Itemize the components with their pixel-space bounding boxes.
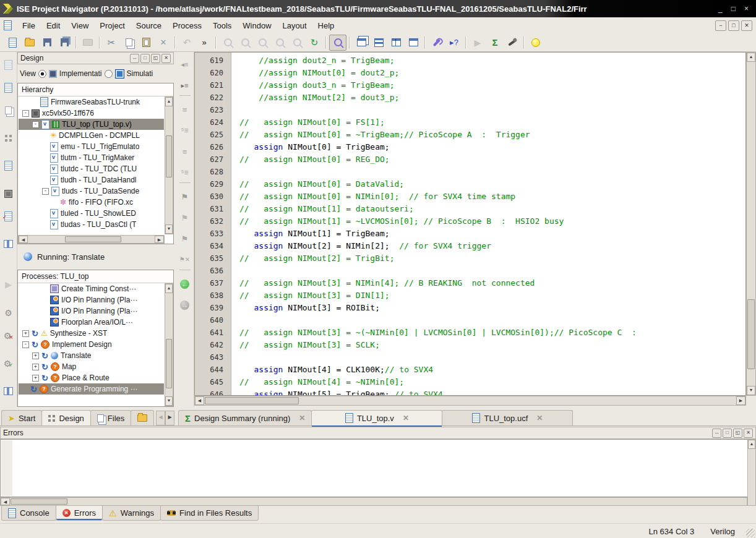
add-copy-of-source-button[interactable] xyxy=(1,104,16,118)
maximize-button[interactable]: □ xyxy=(723,429,732,438)
window-close-button[interactable]: × xyxy=(744,4,749,13)
hierarchy-horizontal-scrollbar[interactable]: ◀ ▶ xyxy=(18,235,165,244)
new-document-button[interactable] xyxy=(4,35,21,51)
bookmark-button[interactable]: ⚑ xyxy=(178,189,192,204)
collapse-icon[interactable]: - xyxy=(22,341,29,348)
maximize-button[interactable]: □ xyxy=(140,54,150,63)
simulation-radio[interactable] xyxy=(105,70,113,78)
tab-tlu-top.ucf[interactable]: TLU_top.ucf✕ xyxy=(442,410,573,425)
refresh-button[interactable]: ↻ xyxy=(306,35,323,51)
tree-item-implement[interactable]: -↻?Implement Design xyxy=(19,339,164,350)
find-tool-button[interactable] xyxy=(329,35,346,51)
tree-item-tluds[interactable]: -tluds - TLU_DataSende xyxy=(19,186,164,197)
menu-window[interactable]: Window xyxy=(237,19,277,32)
bookmark-next-button[interactable]: ⚑ xyxy=(178,231,192,246)
float-button[interactable]: ↔ xyxy=(130,54,139,63)
float-button[interactable]: ↔ xyxy=(712,429,721,438)
errors-horizontal-scrollbar[interactable]: ◀ xyxy=(0,497,747,506)
scroll-up-arrow-icon[interactable]: ▲ xyxy=(165,97,173,106)
tab-scroll-right[interactable]: ▶ xyxy=(165,411,174,425)
scroll-up-arrow-icon[interactable]: ▲ xyxy=(165,284,173,293)
print-button[interactable] xyxy=(79,35,97,51)
hierarchy-vertical-scrollbar[interactable]: ▲ ▼ xyxy=(165,96,173,234)
tree-item-map[interactable]: +↻?Map xyxy=(19,361,164,372)
menu-help[interactable]: Help xyxy=(312,19,340,32)
design-utilities-button[interactable] xyxy=(1,187,16,201)
mdi-close[interactable]: ✕ xyxy=(741,20,752,31)
scroll-right-arrow-icon[interactable]: ▶ xyxy=(155,236,164,243)
user-constraints-button[interactable]: ✓ xyxy=(1,210,16,224)
create-module-button[interactable] xyxy=(1,131,16,145)
run-process-button[interactable]: ▶ xyxy=(1,277,16,291)
copy-button[interactable] xyxy=(120,35,137,51)
restore-button[interactable]: ◱ xyxy=(151,54,160,63)
tree-item-tlutdc[interactable]: tlutdc - TLU_TDC (TLU xyxy=(19,163,164,174)
scroll-down-arrow-icon[interactable]: ▼ xyxy=(747,386,755,395)
design-summary-button[interactable]: Σ xyxy=(486,35,504,51)
shift-left-button[interactable]: ◂≡ xyxy=(178,57,192,72)
tree-item-firmwareseabastlu-trunk[interactable]: FirmwareSeabasTLU-trunk xyxy=(19,96,164,108)
menu-source[interactable]: Source xyxy=(131,19,167,32)
close-button[interactable]: ✕ xyxy=(161,54,171,63)
analyze-telescope-button[interactable] xyxy=(504,35,521,51)
processes-vertical-scrollbar[interactable]: ▲ ▼ xyxy=(165,283,173,406)
mdi-restore[interactable]: □ xyxy=(728,20,739,31)
menu-layout[interactable]: Layout xyxy=(277,19,312,32)
window-maximize-button[interactable]: □ xyxy=(731,4,736,13)
menu-file[interactable]: File xyxy=(17,19,41,32)
tree-item-tludas[interactable]: tludas - TLU_DasCtl (T xyxy=(19,219,164,230)
tab-close-icon[interactable]: ✕ xyxy=(536,414,543,422)
scroll-down-arrow-icon[interactable]: ▼ xyxy=(165,396,173,406)
line-marker-5b-button[interactable]: ⁵≡ xyxy=(178,165,192,180)
intelligent-help-button[interactable] xyxy=(527,35,544,51)
tree-item-emu[interactable]: emu - TLU_TrigEmulato xyxy=(19,141,164,152)
zoom-in-button[interactable] xyxy=(219,35,236,51)
expand-icon[interactable]: + xyxy=(32,364,39,370)
window-titlebar[interactable]: ISE Project Navigator (P.20131013) - /ho… xyxy=(0,0,756,17)
tab-tlu-top.v[interactable]: TLU_top.v✕ xyxy=(311,410,442,425)
scroll-down-arrow-icon[interactable]: ▼ xyxy=(165,224,173,234)
code-editing-area[interactable]: 619 //assign dout2_n = TrigBeam;620 //as… xyxy=(194,52,746,396)
tab-find-in-files-results[interactable]: Find in Files Results xyxy=(160,506,259,521)
collapse-icon[interactable]: - xyxy=(22,110,29,117)
tab-design-summary-running-[interactable]: ΣDesign Summary (running)✕ xyxy=(178,410,312,425)
editor-horizontal-scrollbar[interactable]: ◀ ▶ xyxy=(194,396,746,406)
zoom-out-button[interactable] xyxy=(236,35,254,51)
line-marker-b-button[interactable]: ≡ xyxy=(178,144,192,159)
zoom-region-button[interactable] xyxy=(271,35,288,51)
tab-start[interactable]: ➤Start xyxy=(1,410,42,425)
scroll-left-arrow-icon[interactable]: ◀ xyxy=(1,498,10,505)
bookmark-off-button[interactable]: ⚑ xyxy=(178,210,192,225)
scroll-left-arrow-icon[interactable]: ◀ xyxy=(19,236,28,243)
tree-item-floorplan[interactable]: Floorplan Area/IO/L··· xyxy=(19,317,164,328)
implementation-radio[interactable] xyxy=(38,70,46,78)
tree-item-generate[interactable]: ↻?Generate Programming ··· xyxy=(19,383,164,395)
tree-item-dcmpllgen[interactable]: ✳DCMPLLGen - DCMPLL xyxy=(19,130,164,141)
line-marker-button[interactable]: ≡ xyxy=(178,102,192,117)
bookmark-clear-button[interactable]: ⚑✕ xyxy=(178,252,192,267)
remove-source-button[interactable] xyxy=(1,159,16,173)
shift-right-button[interactable]: ▸≡ xyxy=(178,78,192,93)
save-button[interactable] xyxy=(38,35,56,51)
collapse-icon[interactable]: - xyxy=(32,121,39,128)
rerun-process-button[interactable]: ⚙✓ xyxy=(1,356,16,370)
cut-button[interactable]: ✂ xyxy=(103,35,120,51)
settings-wrench-button[interactable] xyxy=(428,35,445,51)
tab-close-icon[interactable]: ✕ xyxy=(403,414,409,422)
collapse-icon[interactable]: - xyxy=(42,188,49,195)
tab-libraries[interactable] xyxy=(131,410,154,425)
tree-item-translate[interactable]: +↻Translate xyxy=(19,350,164,361)
tree-item-tlutm[interactable]: tlutm - TLU_TrigMaker xyxy=(19,152,164,163)
tree-item-tlu_top[interactable]: -TLU_top (TLU_top.v) xyxy=(19,119,164,130)
abort-process-button[interactable]: ⚙✕ xyxy=(1,329,16,343)
menu-tools[interactable]: Tools xyxy=(207,19,237,32)
nav-forward-button[interactable]: → xyxy=(178,297,192,312)
tree-item-tludh[interactable]: tludh - TLU_DataHandl xyxy=(19,174,164,186)
tab-warnings[interactable]: ⚠Warnings xyxy=(102,506,161,521)
goto-process-button[interactable]: ⚙ xyxy=(1,306,16,320)
paste-button[interactable] xyxy=(137,35,155,51)
scroll-up-arrow-icon[interactable]: ▲ xyxy=(748,440,755,449)
menu-edit[interactable]: Edit xyxy=(41,19,66,32)
zoom-full-view-button[interactable] xyxy=(254,35,271,51)
layout-columns-button[interactable] xyxy=(1,237,16,251)
